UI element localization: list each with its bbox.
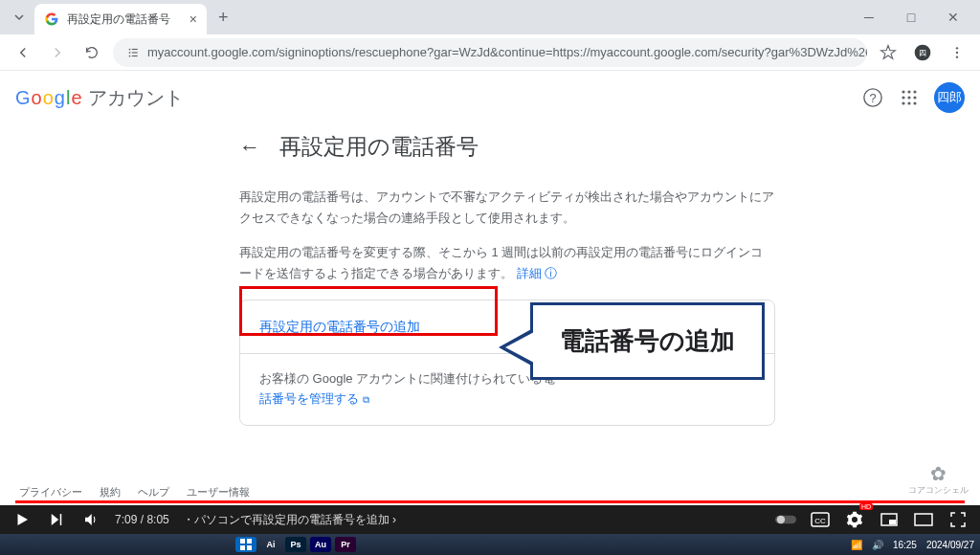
tray-time[interactable]: 16:25 [893, 540, 917, 550]
svg-rect-3 [132, 48, 138, 49]
miniplayer-button[interactable] [879, 509, 900, 530]
svg-point-0 [129, 52, 131, 54]
taskbar-app-ai[interactable]: Ai [260, 537, 281, 552]
google-logo[interactable]: Google [15, 87, 82, 109]
fullscreen-button[interactable] [947, 509, 969, 530]
captions-button[interactable]: CC [810, 509, 831, 530]
tab-title: 再設定用の電話番号 [67, 11, 170, 28]
svg-rect-33 [247, 545, 252, 550]
footer-help[interactable]: ヘルプ [138, 485, 169, 500]
back-button[interactable] [10, 39, 36, 66]
svg-point-17 [907, 96, 910, 99]
svg-point-4 [129, 55, 131, 56]
info-icon: ⓘ [545, 266, 557, 280]
footer-links: プライバシー 規約 ヘルプ ユーザー情報 [19, 485, 250, 500]
footer-terms[interactable]: 規約 [100, 485, 121, 500]
svg-rect-1 [132, 52, 138, 53]
profile-chip[interactable]: 四 [909, 39, 936, 66]
video-time: 7:09 / 8:05 [115, 513, 169, 526]
svg-rect-5 [132, 55, 138, 56]
tab-bar: 再設定用の電話番号 × + ─ □ ✕ [0, 0, 980, 34]
new-tab-button[interactable]: + [211, 4, 236, 32]
svg-rect-31 [247, 539, 252, 544]
tray-wifi-icon[interactable]: 📶 [851, 540, 862, 550]
svg-rect-30 [240, 539, 245, 544]
windows-taskbar: Ai Ps Au Pr 📶 🔊 16:25 2024/09/27 [0, 534, 980, 555]
bookmark-button[interactable] [875, 39, 902, 66]
page-title: 再設定用の電話番号 [279, 132, 479, 162]
footer-privacy[interactable]: プライバシー [19, 485, 82, 500]
watermark: ✿ コアコンシェル [908, 462, 969, 496]
main-content: ← 再設定用の電話番号 再設定用の電話番号は、アカウントで不審なアクティビティが… [0, 124, 861, 426]
watermark-icon: ✿ [908, 462, 969, 485]
apps-grid-icon[interactable] [898, 86, 921, 109]
svg-point-18 [913, 96, 916, 99]
svg-rect-28 [889, 520, 896, 524]
maximize-button[interactable]: □ [892, 4, 930, 31]
play-button[interactable] [11, 509, 33, 530]
video-controls: 7:09 / 8:05 ・パソコンで再設定用の電話番号を追加 › CC [0, 505, 980, 534]
back-arrow-icon[interactable]: ← [239, 135, 260, 160]
autoplay-toggle[interactable] [775, 509, 796, 530]
account-avatar[interactable]: 四郎 [934, 82, 965, 113]
details-link[interactable]: 詳細 ⓘ [517, 266, 558, 280]
svg-point-13 [902, 90, 904, 93]
close-window-button[interactable]: ✕ [934, 4, 972, 31]
settings-button[interactable] [844, 509, 865, 530]
forward-button[interactable] [44, 39, 71, 66]
video-chapter[interactable]: ・パソコンで再設定用の電話番号を追加 › [183, 512, 396, 528]
description-2: 再設定用の電話番号を変更する際、そこから 1 週間は以前の再設定用の電話番号にロ… [239, 242, 775, 284]
annotation-callout: 電話番号の追加 [530, 302, 765, 380]
svg-rect-22 [60, 514, 62, 525]
next-button[interactable] [46, 509, 67, 530]
menu-button[interactable] [944, 39, 970, 66]
theater-button[interactable] [913, 509, 934, 530]
svg-point-8 [956, 47, 958, 49]
svg-point-9 [956, 51, 958, 53]
site-info-icon[interactable] [126, 46, 140, 59]
product-name: アカウント [88, 85, 184, 111]
google-account-header: Google アカウント ? 四郎 [0, 71, 980, 124]
browser-chrome: 再設定用の電話番号 × + ─ □ ✕ myaccount.google.com… [0, 0, 980, 71]
minimize-button[interactable]: ─ [850, 4, 888, 31]
taskbar-windows-icon[interactable] [235, 537, 256, 552]
svg-rect-32 [240, 545, 245, 550]
footer-userinfo[interactable]: ユーザー情報 [187, 485, 250, 500]
browser-tab[interactable]: 再設定用の電話番号 × [34, 4, 207, 34]
help-icon[interactable]: ? [861, 86, 884, 109]
taskbar-app-au[interactable]: Au [310, 537, 331, 552]
taskbar-app-ps[interactable]: Ps [285, 537, 306, 552]
external-link-icon: ⧉ [363, 394, 369, 405]
svg-point-14 [907, 90, 910, 93]
svg-point-15 [913, 90, 916, 93]
add-phone-link[interactable]: 再設定用の電話番号の追加 [259, 319, 420, 334]
url-text: myaccount.google.com/signinoptions/rescu… [147, 45, 867, 59]
window-controls: ─ □ ✕ [850, 4, 972, 31]
svg-point-24 [777, 516, 785, 523]
tray-volume-icon[interactable]: 🔊 [872, 540, 883, 550]
svg-rect-29 [915, 514, 932, 525]
svg-text:?: ? [869, 91, 876, 105]
svg-point-16 [902, 96, 904, 99]
google-favicon-icon [44, 11, 59, 27]
reload-button[interactable] [78, 39, 105, 66]
svg-point-2 [129, 48, 131, 50]
description-1: 再設定用の電話番号は、アカウントで不審なアクティビティが検出された場合やアカウン… [239, 187, 775, 229]
address-bar: myaccount.google.com/signinoptions/rescu… [0, 34, 980, 71]
tray-date[interactable]: 2024/09/27 [926, 540, 974, 550]
svg-point-10 [956, 56, 958, 57]
svg-point-19 [902, 101, 904, 104]
tab-close-icon[interactable]: × [189, 11, 197, 27]
video-progress-bar[interactable] [15, 500, 965, 503]
tab-list-dropdown[interactable] [8, 6, 31, 29]
manage-phone-link[interactable]: 話番号を管理する ⧉ [259, 391, 369, 406]
url-field[interactable]: myaccount.google.com/signinoptions/rescu… [113, 38, 867, 67]
svg-point-20 [907, 101, 910, 104]
taskbar-app-pr[interactable]: Pr [335, 537, 356, 552]
svg-point-21 [913, 101, 916, 104]
svg-text:CC: CC [814, 517, 826, 525]
taskbar-tray: 📶 🔊 16:25 2024/09/27 [851, 540, 974, 550]
svg-text:四: 四 [919, 48, 926, 57]
volume-button[interactable] [80, 509, 101, 530]
